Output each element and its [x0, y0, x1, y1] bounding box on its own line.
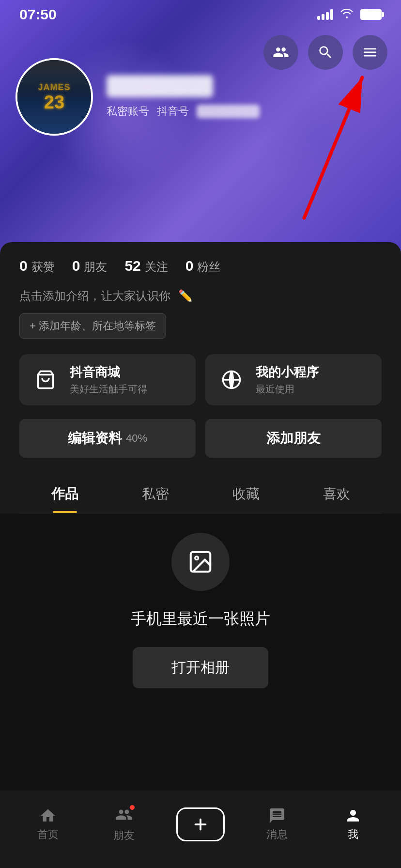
feature-card-miniapp[interactable]: 我的小程序 最近使用	[205, 354, 382, 405]
bottom-nav: 首页 朋友 消息 我	[0, 790, 401, 868]
tab-likes[interactable]: 喜欢	[291, 475, 382, 513]
tab-likes-label: 喜欢	[323, 486, 350, 501]
feature-card-shop[interactable]: 抖音商城 美好生活触手可得	[19, 354, 196, 405]
stat-following[interactable]: 52 关注	[124, 258, 168, 275]
nav-me-label: 我	[348, 827, 358, 842]
nav-home-label: 首页	[37, 827, 59, 842]
wifi-icon	[340, 8, 354, 21]
avatar-row: JAMES 23 私密账号 抖音号	[15, 58, 386, 136]
home-icon	[39, 807, 57, 824]
photo-icon-circle	[171, 533, 230, 591]
miniapp-title: 我的小程序	[256, 364, 319, 381]
stats-row: 0 获赞 0 朋友 52 关注 0 粉丝	[19, 258, 382, 275]
status-bar: 07:50	[0, 0, 401, 29]
action-buttons: 编辑资料 40% 添加朋友	[19, 419, 382, 458]
nav-friends-label: 朋友	[113, 828, 135, 843]
friends-icon-button[interactable]	[263, 35, 298, 70]
avatar[interactable]: JAMES 23	[15, 58, 93, 136]
svg-point-7	[195, 557, 199, 560]
tab-private[interactable]: 私密	[110, 475, 200, 513]
tags-row: + 添加年龄、所在地等标签	[19, 313, 382, 339]
tab-works[interactable]: 作品	[19, 475, 110, 513]
shopping-cart-icon	[31, 365, 60, 394]
signal-icon	[317, 9, 333, 20]
private-account-label: 私密账号	[107, 104, 149, 119]
status-time: 07:50	[19, 6, 57, 23]
plus-icon	[192, 816, 209, 833]
profile-icon	[344, 807, 362, 824]
status-icons	[317, 8, 382, 21]
top-icons-bar	[263, 35, 387, 70]
feature-cards: 抖音商城 美好生活触手可得 我的小程序 最近使用	[19, 354, 382, 405]
content-tabs: 作品 私密 收藏 喜欢	[19, 475, 382, 513]
tab-works-label: 作品	[51, 486, 78, 501]
edit-profile-label: 编辑资料	[68, 429, 122, 448]
open-album-label: 打开相册	[171, 659, 230, 675]
miniapp-icon	[217, 365, 246, 394]
edit-profile-button[interactable]: 编辑资料 40%	[19, 419, 196, 458]
search-icon-button[interactable]	[308, 35, 343, 70]
stats-card: 0 获赞 0 朋友 52 关注 0 粉丝 点击添加介绍，让大家认识你 ✏️ + …	[0, 242, 401, 513]
edit-profile-pct: 40%	[126, 432, 147, 445]
edit-bio-icon[interactable]: ✏️	[178, 289, 193, 303]
followers-count: 0	[185, 258, 194, 274]
miniapp-info: 我的小程序 最近使用	[256, 364, 319, 396]
friends-label: 朋友	[84, 259, 107, 275]
photo-icon	[187, 549, 214, 575]
miniapp-subtitle: 最近使用	[256, 383, 319, 396]
nav-me[interactable]: 我	[315, 807, 391, 842]
douyin-id-blurred	[197, 105, 260, 118]
profile-name-area: 私密账号 抖音号	[107, 75, 386, 119]
profile-name-blurred	[107, 75, 213, 97]
shop-info: 抖音商城 美好生活触手可得	[70, 364, 147, 396]
tab-private-label: 私密	[142, 486, 169, 501]
nav-messages-label: 消息	[266, 827, 288, 842]
stat-followers: 0 粉丝	[185, 258, 221, 275]
battery-icon	[360, 9, 382, 20]
following-count: 52	[124, 258, 140, 274]
empty-content-text: 手机里最近一张照片	[131, 608, 270, 630]
profile-section: JAMES 23 私密账号 抖音号	[0, 58, 401, 143]
following-label: 关注	[145, 259, 168, 275]
friends-notification-dot	[129, 804, 136, 811]
shop-subtitle: 美好生活触手可得	[70, 383, 147, 396]
add-tags-button[interactable]: + 添加年龄、所在地等标签	[19, 313, 166, 339]
shop-title: 抖音商城	[70, 364, 147, 381]
nav-messages[interactable]: 消息	[239, 807, 315, 842]
add-content-button[interactable]	[176, 807, 225, 841]
stat-friends: 0 朋友	[72, 258, 108, 275]
menu-icon-button[interactable]	[353, 35, 387, 70]
nav-add[interactable]	[162, 807, 239, 841]
friends-count: 0	[72, 258, 80, 274]
bio-placeholder: 点击添加介绍，让大家认识你	[19, 288, 170, 304]
open-album-button[interactable]: 打开相册	[133, 647, 268, 688]
empty-content-area: 手机里最近一张照片 打开相册	[0, 494, 401, 727]
likes-count: 0	[19, 258, 28, 274]
nav-friends[interactable]: 朋友	[86, 806, 163, 843]
add-tags-label: + 添加年龄、所在地等标签	[30, 319, 156, 333]
avatar-image: JAMES 23	[17, 60, 91, 134]
profile-sub-row: 私密账号 抖音号	[107, 104, 386, 119]
likes-label: 获赞	[31, 259, 55, 275]
tab-favorites[interactable]: 收藏	[200, 475, 291, 513]
bio-row[interactable]: 点击添加介绍，让大家认识你 ✏️	[19, 288, 382, 304]
add-friends-button[interactable]: 添加朋友	[205, 419, 382, 458]
followers-label: 粉丝	[197, 259, 220, 275]
stat-likes: 0 获赞	[19, 258, 55, 275]
douyin-id-label: 抖音号	[157, 104, 189, 119]
nav-home[interactable]: 首页	[10, 807, 86, 842]
messages-icon	[268, 807, 286, 824]
add-friends-label: 添加朋友	[266, 429, 321, 448]
tab-favorites-label: 收藏	[232, 486, 260, 501]
